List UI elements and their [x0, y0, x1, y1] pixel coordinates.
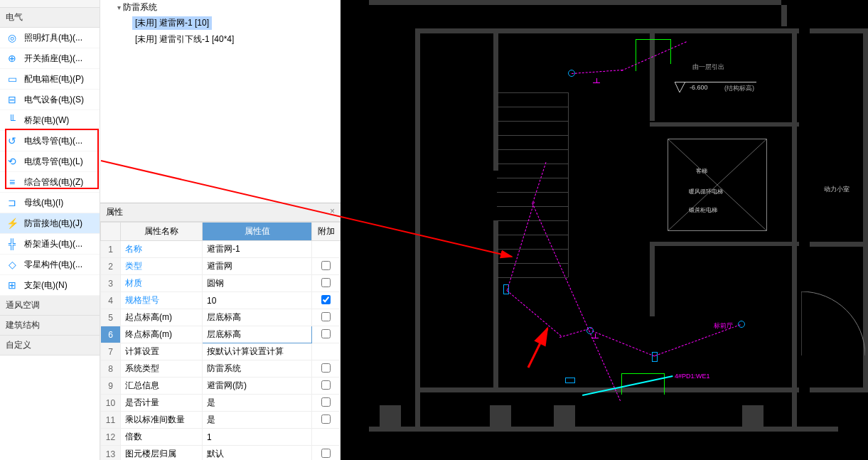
property-value[interactable]: 是	[203, 395, 312, 412]
sidebar-item-support[interactable]: ⊞ 支架(电)(N)	[0, 275, 100, 296]
row-number[interactable]: 5	[101, 309, 121, 326]
sidebar-item-panel[interactable]: ▭ 配电箱柜(电)(P)	[0, 69, 100, 90]
tree-item-1[interactable]: [未用] 避雷网-1 [10]	[118, 15, 341, 31]
property-value[interactable]: 避雷网(防)	[203, 378, 312, 395]
property-row[interactable]: 3材质圆钢	[101, 275, 341, 292]
property-attach[interactable]	[312, 395, 341, 412]
property-value[interactable]: 防雷系统	[203, 360, 312, 378]
attach-checkbox[interactable]	[321, 295, 331, 304]
sidebar-section-building[interactable]: 建筑结构	[0, 316, 100, 336]
row-number[interactable]: 9	[101, 378, 121, 395]
property-attach[interactable]	[312, 343, 341, 360]
attach-checkbox[interactable]	[321, 414, 331, 424]
cad-canvas[interactable]: 由一层引出 -6.600 (结构标高) 客梯 暖风循环电梯 锻蔗柜电梯 动力小室…	[341, 0, 868, 460]
property-value[interactable]: 默认	[203, 446, 312, 461]
property-value[interactable]: 避雷网	[203, 258, 312, 275]
property-attach[interactable]	[312, 309, 341, 326]
attach-checkbox[interactable]	[321, 363, 331, 373]
property-name[interactable]: 材质	[121, 275, 203, 292]
property-value[interactable]: 1	[203, 429, 312, 446]
property-attach[interactable]	[312, 275, 341, 292]
property-row[interactable]: 7计算设置按默认计算设置计算	[101, 343, 341, 360]
row-number[interactable]: 4	[101, 292, 121, 309]
property-value[interactable]: 10	[203, 292, 312, 309]
header-attach[interactable]: 附加	[312, 223, 341, 241]
row-number[interactable]: 3	[101, 275, 121, 292]
property-attach[interactable]	[312, 241, 341, 258]
attach-checkbox[interactable]	[321, 312, 331, 321]
row-number[interactable]: 1	[101, 241, 121, 258]
close-icon[interactable]: ×	[330, 206, 335, 218]
sidebar-section-electric[interactable]: 电气	[0, 8, 100, 28]
property-name[interactable]: 起点标高(m)	[121, 309, 203, 326]
property-attach[interactable]	[312, 326, 341, 343]
sidebar-section-custom[interactable]: 自定义	[0, 336, 100, 355]
property-attach[interactable]	[312, 412, 341, 429]
property-name[interactable]: 汇总信息	[121, 378, 203, 395]
property-name[interactable]: 规格型号	[121, 292, 203, 309]
property-name[interactable]: 系统类型	[121, 360, 203, 378]
attach-checkbox[interactable]	[321, 449, 331, 458]
property-row[interactable]: 1名称避雷网-1	[101, 241, 341, 258]
property-row[interactable]: 9汇总信息避雷网(防)	[101, 378, 341, 395]
row-number[interactable]: 12	[101, 429, 121, 446]
sidebar-item-switch[interactable]: ⊕ 开关插座(电)(...	[0, 48, 100, 69]
property-value[interactable]: 层底标高	[203, 309, 312, 326]
sidebar-item-device[interactable]: ⊟ 电气设备(电)(S)	[0, 90, 100, 110]
property-value[interactable]: 是	[203, 412, 312, 429]
tree-root[interactable]: ▾ 防雷系统	[100, 0, 341, 15]
property-row[interactable]: 2类型避雷网	[101, 258, 341, 275]
attach-checkbox[interactable]	[321, 397, 331, 407]
property-row[interactable]: 5起点标高(m)层底标高	[101, 309, 341, 326]
row-number[interactable]: 13	[101, 446, 121, 461]
property-row[interactable]: 13图元楼层归属默认	[101, 446, 341, 461]
property-attach[interactable]	[312, 258, 341, 275]
attach-checkbox[interactable]	[321, 278, 331, 287]
sidebar-item-misc[interactable]: ◇ 零星构件(电)(...	[0, 255, 100, 275]
attach-checkbox[interactable]	[321, 380, 331, 390]
property-name[interactable]: 倍数	[121, 429, 203, 446]
property-row[interactable]: 4规格型号10	[101, 292, 341, 309]
row-number[interactable]: 6	[101, 326, 121, 343]
sidebar-item-conduit2[interactable]: ⟲ 电缆导管(电)(L)	[0, 151, 100, 172]
property-row[interactable]: 10是否计量是	[101, 395, 341, 412]
header-value[interactable]: 属性值	[203, 223, 312, 241]
sidebar-item-lighting[interactable]: ◎ 照明灯具(电)(...	[0, 28, 100, 48]
sidebar-item-grounding[interactable]: ⚡ 防雷接地(电)(J)	[0, 213, 100, 234]
property-row[interactable]: 6终点标高(m)层底标高	[101, 326, 341, 343]
property-value[interactable]: 避雷网-1	[203, 241, 312, 258]
property-row[interactable]: 8系统类型防雷系统	[101, 360, 341, 378]
header-name[interactable]: 属性名称	[121, 223, 203, 241]
sidebar-item-tray[interactable]: ╙ 桥架(电)(W)	[0, 110, 100, 131]
property-value[interactable]: 层底标高	[203, 326, 312, 343]
sidebar-section-hvac[interactable]: 通风空调	[0, 296, 100, 316]
sidebar-item-composite[interactable]: ≡ 综合管线(电)(Z)	[0, 172, 100, 193]
property-name[interactable]: 图元楼层归属	[121, 446, 203, 461]
sidebar-item-fitting[interactable]: ╬ 桥架通头(电)(...	[0, 234, 100, 255]
property-row[interactable]: 11乘以标准间数量是	[101, 412, 341, 429]
property-value[interactable]: 圆钢	[203, 275, 312, 292]
property-name[interactable]: 计算设置	[121, 343, 203, 360]
attach-checkbox[interactable]	[321, 261, 331, 270]
sidebar-item-conduit1[interactable]: ↺ 电线导管(电)(...	[0, 131, 100, 151]
property-name[interactable]: 是否计量	[121, 395, 203, 412]
property-attach[interactable]	[312, 360, 341, 378]
tree-item-2[interactable]: [未用] 避雷引下线-1 [40*4]	[118, 31, 341, 48]
row-number[interactable]: 2	[101, 258, 121, 275]
property-name[interactable]: 名称	[121, 241, 203, 258]
row-number[interactable]: 7	[101, 343, 121, 360]
property-name[interactable]: 类型	[121, 258, 203, 275]
collapse-icon[interactable]: ▾	[114, 4, 123, 11]
property-name[interactable]: 终点标高(m)	[121, 326, 203, 343]
row-number[interactable]: 11	[101, 412, 121, 429]
attach-checkbox[interactable]	[321, 329, 331, 338]
sidebar-item-busbar[interactable]: ⊐ 母线(电)(I)	[0, 193, 100, 213]
property-row[interactable]: 12倍数1	[101, 429, 341, 446]
property-value[interactable]: 按默认计算设置计算	[203, 343, 312, 360]
property-name[interactable]: 乘以标准间数量	[121, 412, 203, 429]
property-attach[interactable]	[312, 446, 341, 461]
property-attach[interactable]	[312, 378, 341, 395]
property-attach[interactable]	[312, 292, 341, 309]
property-attach[interactable]	[312, 429, 341, 446]
row-number[interactable]: 10	[101, 395, 121, 412]
